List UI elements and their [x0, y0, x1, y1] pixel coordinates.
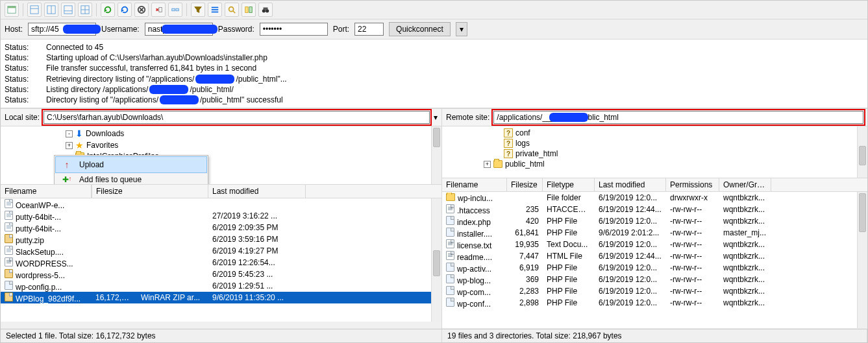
chevron-down-icon[interactable]: ▾ — [434, 113, 438, 122]
layout3-icon[interactable] — [61, 3, 75, 17]
port-input[interactable] — [354, 23, 384, 36]
log-message: Retrieving directory listing of "/applic… — [46, 74, 287, 84]
run-icon[interactable] — [118, 3, 132, 17]
tree-twisty[interactable] — [66, 142, 73, 149]
list-item[interactable]: OceanWP-e... — [1, 198, 441, 210]
list-item[interactable]: WPBlog_982df9f...16,172,732WinRAR ZIP ar… — [1, 292, 441, 303]
list-item[interactable]: SlackSetup....6/2019 4:19:27 PM — [1, 245, 441, 257]
list-item[interactable]: putty.zip6/2019 3:59:16 PM — [1, 233, 441, 245]
list-item[interactable]: wp-activ...6,919PHP File6/19/2019 12:0..… — [442, 262, 867, 274]
menu-item-label: Upload — [79, 160, 104, 169]
list-item[interactable]: readme....7,447HTML File6/19/2019 12:44.… — [442, 250, 867, 262]
host-label: Host: — [5, 25, 23, 34]
tree-node[interactable]: ?logs — [442, 138, 867, 148]
col-lastmod[interactable]: Last modified — [208, 185, 306, 198]
tree-label: conf — [515, 128, 530, 137]
list-item[interactable]: WORDPRESS...6/2019 12:26:54... — [1, 257, 441, 268]
layout2-icon[interactable] — [44, 3, 58, 17]
file-icon — [5, 222, 13, 231]
file-icon — [446, 263, 454, 272]
col-filename[interactable]: Filename — [1, 185, 92, 198]
col-permissions[interactable]: Permissions — [666, 178, 719, 191]
col-lastmod[interactable]: Last modified — [595, 178, 666, 191]
remote-status: 19 files and 3 directories. Total size: … — [442, 329, 867, 342]
file-icon — [5, 246, 13, 255]
file-icon — [5, 269, 13, 278]
svg-line-21 — [233, 11, 236, 14]
file-icon — [5, 257, 13, 266]
svg-rect-15 — [172, 8, 175, 11]
local-file-list[interactable]: OceanWP-e...putty-64bit-...27/2019 3:16:… — [1, 198, 441, 322]
col-filename[interactable]: Filename — [442, 178, 507, 191]
menu-item[interactable]: ✚↑Add files to queue — [56, 172, 206, 185]
status-bar: Selected 1 file. Total size: 16,172,732 … — [1, 329, 867, 342]
tree-node[interactable]: ⬇Downloads — [1, 128, 441, 139]
tree-node[interactable]: public_html — [442, 159, 867, 169]
tree-label: private_html — [515, 149, 558, 158]
local-status: Selected 1 file. Total size: 16,172,732 … — [1, 329, 442, 342]
menu-item[interactable]: ↑Upload — [56, 157, 206, 172]
scrollbar[interactable] — [431, 198, 441, 322]
redaction — [63, 25, 101, 34]
list-item[interactable]: putty-64bit-...27/2019 3:16:22 ... — [1, 210, 441, 222]
search-icon[interactable] — [225, 3, 239, 17]
remote-file-list[interactable]: wp-inclu...File folder6/19/2019 12:0...d… — [442, 192, 867, 328]
col-filesize[interactable]: Filesize — [507, 178, 543, 191]
queue-icon[interactable] — [208, 3, 222, 17]
tree-twisty[interactable] — [484, 161, 491, 168]
binoculars-icon[interactable] — [258, 3, 273, 17]
disconnect-icon[interactable] — [151, 3, 166, 17]
quickconnect-button[interactable]: Quickconnect — [389, 22, 451, 36]
compare-icon[interactable] — [242, 3, 256, 17]
file-icon — [446, 251, 454, 260]
log-label: Status: — [5, 95, 31, 105]
download-icon: ⬇ — [75, 128, 83, 139]
tree-node[interactable]: ?private_html — [442, 148, 867, 159]
tree-node[interactable]: ?conf — [442, 128, 867, 138]
list-item[interactable]: putty-64bit-...6/2019 2:09:35 PM — [1, 222, 441, 233]
local-path-input[interactable] — [43, 111, 430, 124]
stop-icon[interactable] — [134, 3, 149, 17]
tree-twisty[interactable] — [66, 130, 73, 137]
list-item[interactable]: wp-conf...2,898PHP File6/19/2019 12:0...… — [442, 297, 867, 309]
app-window: Host: Username: Password: Port: Quickcon… — [0, 0, 868, 343]
menu-item-label: Add files to queue — [79, 175, 142, 184]
log-message: Starting upload of C:\Users\farhan.ayub\… — [46, 53, 267, 63]
list-item[interactable]: wordpress-5...6/2019 5:45:23 ... — [1, 268, 441, 280]
list-item[interactable]: wp-config.p...6/2019 1:29:51 ... — [1, 280, 441, 292]
list-item[interactable]: installer....61,841PHP File9/6/2019 2:01… — [442, 227, 867, 239]
list-item[interactable]: index.php420PHP File6/19/2019 12:0...-rw… — [442, 215, 867, 227]
refresh-icon[interactable] — [101, 3, 115, 17]
tree-label: Downloads — [86, 129, 124, 138]
col-filesize[interactable]: Filesize — [92, 185, 208, 198]
remote-site-label: Remote site: — [446, 113, 490, 122]
local-tree[interactable]: ⬇Downloads★FavoritesIntelGraphicsProfile… — [1, 126, 441, 185]
file-icon — [446, 286, 454, 295]
site-manager-icon[interactable] — [5, 3, 19, 17]
log-label: Status: — [5, 74, 31, 84]
reconnect-icon[interactable] — [168, 3, 182, 17]
remote-pane: Remote site: ?conf?logs?private_htmlpubl… — [442, 109, 867, 329]
file-icon — [446, 204, 454, 213]
scrollbar[interactable] — [857, 192, 867, 328]
list-item[interactable]: wp-inclu...File folder6/19/2019 12:0...d… — [442, 192, 867, 204]
scrollbar[interactable] — [857, 126, 867, 178]
add-icon: ✚↑ — [61, 175, 73, 184]
col-filetype[interactable]: Filetype — [543, 178, 595, 191]
list-item[interactable]: .htaccess235HTACCESS ...6/19/2019 12:44.… — [442, 204, 867, 215]
layout1-icon[interactable] — [27, 3, 42, 17]
remote-tree[interactable]: ?conf?logs?private_htmlpublic_html — [442, 126, 867, 178]
list-item[interactable]: license.txt19,935Text Docu...6/19/2019 1… — [442, 239, 867, 250]
port-label: Port: — [333, 25, 349, 34]
col-owner[interactable]: Owner/Gro... — [719, 178, 771, 191]
filter-icon[interactable] — [191, 3, 205, 17]
layout4-icon[interactable] — [78, 3, 92, 17]
list-item[interactable]: wp-blog...369PHP File6/19/2019 12:0...-r… — [442, 274, 867, 285]
password-input[interactable] — [260, 23, 328, 36]
svg-rect-23 — [249, 7, 252, 13]
list-item[interactable]: wp-com...2,283PHP File6/19/2019 12:0...-… — [442, 285, 867, 297]
svg-rect-2 — [31, 6, 38, 14]
tree-node[interactable]: ★Favorites — [1, 139, 441, 151]
scrollbar[interactable] — [431, 126, 441, 184]
quickconnect-dropdown[interactable]: ▾ — [456, 22, 467, 36]
